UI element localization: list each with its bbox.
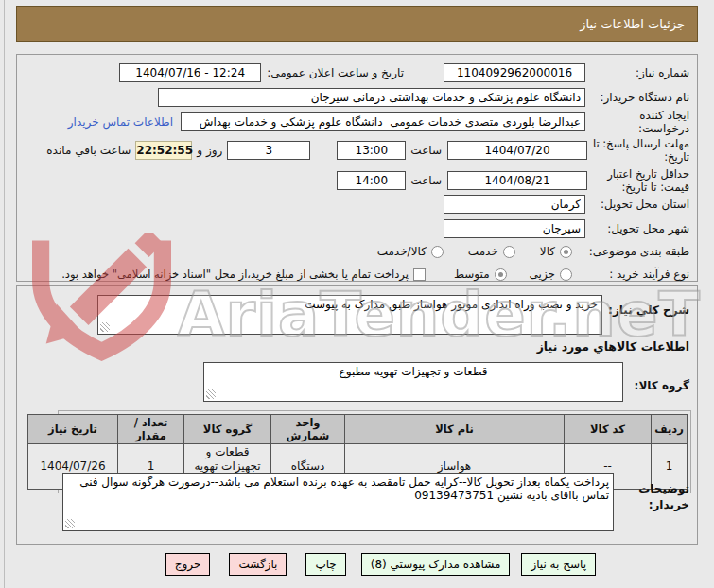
treasury-checkbox-label: پرداخت تمام یا بخشی از مبلغ خرید،از محل … — [61, 268, 409, 281]
goods-group-wrap: قطعات و تجهیزات تهویه مطبوع — [203, 362, 623, 402]
need-details-page: جزئیات اطلاعات نیاز شماره نیاز: تاریخ و … — [0, 0, 714, 588]
row-request-creator: ایجاد کننده درخواست: اطلاعات تماس خریدار — [25, 111, 689, 133]
view-attached-docs-button[interactable]: مشاهده مدارک پیوستي (8) — [361, 553, 511, 576]
reply-deadline-label: مهلت ارسال پاسخ: تا تاریخ: — [587, 137, 689, 164]
col-unit: واحد شمارش — [271, 415, 345, 444]
col-quantity: تعداد / مقدار — [118, 415, 184, 444]
radio-goods[interactable] — [560, 246, 572, 258]
province-field[interactable] — [444, 195, 585, 214]
announce-datetime-label: تاریخ و ساعت اعلان عمومی: — [267, 66, 404, 79]
subject-option-goods[interactable]: کالا — [540, 245, 572, 258]
days-and-label: روز و — [197, 144, 222, 157]
buyer-notes-wrap: پرداخت یکماه بعداز تحویل کالا--کرایه حمل… — [62, 473, 614, 531]
process-option-partial[interactable]: جزیی — [530, 268, 572, 281]
process-option-medium[interactable]: متوسط — [454, 268, 507, 281]
request-creator-field[interactable] — [181, 112, 585, 131]
radio-partial-label: جزیی — [530, 268, 555, 281]
city-field[interactable] — [444, 219, 585, 238]
subject-class-label: طبقه بندی موضوعی: — [585, 245, 689, 258]
buyer-contact-link[interactable]: اطلاعات تماس خریدار — [68, 115, 173, 129]
col-group: گروه کالا — [184, 415, 271, 444]
row-province: استان محل تحویل: — [25, 193, 689, 216]
need-number-label: شماره نیاز: — [585, 66, 689, 79]
radio-goods-service[interactable] — [431, 246, 444, 258]
price-validity-date-field[interactable] — [447, 171, 587, 190]
province-label: استان محل تحویل: — [585, 198, 689, 211]
col-name: نام کالا — [345, 415, 565, 444]
buyer-notes-textarea[interactable]: پرداخت یکماه بعداز تحویل کالا--کرایه حمل… — [62, 473, 614, 531]
row-buyer-name: نام دستگاه خریدار: — [25, 86, 689, 109]
goods-group-label: گروه کالا: — [635, 379, 689, 392]
row-subject-class: طبقه بندی موضوعی: کالا خدمت کالا/خدمت — [25, 240, 689, 263]
subject-option-service[interactable]: خدمت — [468, 245, 515, 258]
buyer-notes-label: توضیحات خریدار: — [616, 481, 689, 513]
announce-datetime-field[interactable] — [119, 63, 261, 82]
goods-table-header-row: ردیف کد کالا نام کالا واحد شمارش گروه کا… — [28, 415, 688, 444]
price-validity-label: حداقل تاریخ اعتبار قیمت: تا تاریخ: — [587, 167, 689, 195]
need-description-textarea[interactable]: خرید و نصب وراه اندازی موتور هواساز طبق … — [97, 295, 602, 335]
left-edge-line — [4, 0, 5, 588]
hours-remaining-label: ساعت باقي مانده — [46, 144, 131, 157]
need-description-wrap: خرید و نصب وراه اندازی موتور هواساز طبق … — [97, 295, 602, 335]
row-price-validity: حداقل تاریخ اعتبار قیمت: تا تاریخ: ساعت — [25, 165, 689, 196]
col-need-date: تاریخ نیاز — [28, 415, 118, 444]
print-button[interactable]: چاپ — [305, 553, 345, 576]
countdown-timer: 22:52:55 — [135, 141, 192, 160]
row-need-number: شماره نیاز: تاریخ و ساعت اعلان عمومی: — [25, 61, 689, 84]
reply-hour-label: ساعت — [410, 144, 442, 157]
city-label: شهر محل تحویل: — [585, 222, 689, 235]
process-type-label: نوع فرآیند خرید : — [585, 268, 689, 281]
need-info-panel: شماره نیاز: تاریخ و ساعت اعلان عمومی: نا… — [16, 54, 698, 282]
radio-service-label: خدمت — [468, 245, 498, 258]
back-button[interactable]: بازگشت — [229, 553, 287, 576]
buyer-name-field[interactable] — [158, 88, 585, 107]
buyer-name-label: نام دستگاه خریدار: — [585, 91, 689, 104]
request-creator-label: ایجاد کننده درخواست: — [585, 109, 689, 135]
title-bar: جزئیات اطلاعات نیاز — [16, 6, 698, 42]
subject-option-goods-service[interactable]: کالا/خدمت — [377, 245, 444, 258]
col-row: ردیف — [652, 415, 688, 444]
treasury-checkbox[interactable] — [413, 268, 426, 281]
need-description-label: شرح کلي نیاز: — [608, 303, 689, 317]
row-process-type: نوع فرآیند خرید : جزیی متوسط پرداخت تمام… — [25, 263, 689, 285]
radio-goods-service-label: کالا/خدمت — [377, 245, 427, 258]
radio-service[interactable] — [503, 246, 515, 258]
goods-panel: شرح کلي نیاز: خرید و نصب وراه اندازی موت… — [16, 285, 698, 545]
radio-goods-label: کالا — [540, 245, 555, 258]
exit-button[interactable]: خروج — [165, 553, 211, 576]
row-city: شهر محل تحویل: — [25, 217, 689, 240]
row-reply-deadline: مهلت ارسال پاسخ: تا تاریخ: ساعت روز و 22… — [25, 135, 689, 165]
radio-partial[interactable] — [560, 268, 572, 281]
reply-deadline-time-field[interactable] — [337, 141, 406, 160]
radio-medium-label: متوسط — [454, 268, 490, 281]
remaining-days-field[interactable] — [227, 141, 310, 160]
goods-section-header: اطلاعات کالاهاي مورد نیاز — [537, 339, 689, 354]
reply-deadline-date-field[interactable] — [447, 141, 587, 160]
page-title: جزئیات اطلاعات نیاز — [580, 17, 697, 31]
goods-group-textarea[interactable]: قطعات و تجهیزات تهویه مطبوع — [203, 362, 623, 402]
col-code: کد کالا — [565, 415, 652, 444]
validity-hour-label: ساعت — [410, 174, 442, 187]
need-number-field[interactable] — [444, 63, 585, 82]
action-button-bar: پاسخ به نیاز مشاهده مدارک پیوستي (8) چاپ… — [165, 553, 596, 576]
price-validity-time-field[interactable] — [337, 171, 406, 190]
reply-to-need-button[interactable]: پاسخ به نیاز — [521, 553, 596, 576]
radio-medium[interactable] — [495, 268, 507, 281]
treasury-payment-option[interactable]: پرداخت تمام یا بخشی از مبلغ خرید،از محل … — [61, 268, 426, 281]
